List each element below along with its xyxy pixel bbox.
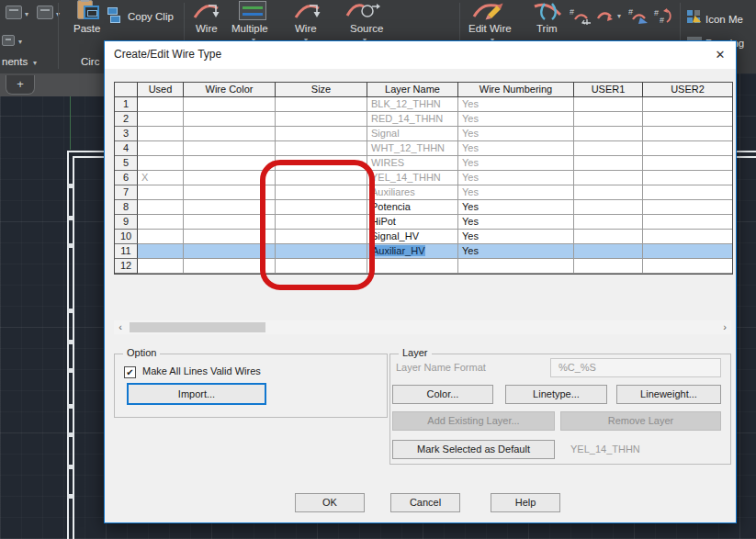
toolbar-icon[interactable] — [2, 35, 15, 46]
wire-number-button[interactable]: Wire — [295, 23, 317, 34]
import-button[interactable]: Import... — [127, 383, 266, 405]
grid-cell[interactable] — [574, 141, 643, 156]
grid-cell[interactable]: WHT_12_THHN — [367, 141, 458, 156]
grid-cell[interactable] — [643, 200, 732, 215]
table-row[interactable]: 10Signal_HVYes — [115, 230, 732, 244]
trim-wire-icon[interactable] — [533, 1, 562, 20]
circuit-panel-label[interactable]: Circ — [81, 56, 99, 67]
grid-cell[interactable] — [574, 230, 643, 244]
grid-cell[interactable] — [276, 97, 367, 112]
grid-cell[interactable] — [138, 200, 184, 215]
grid-cell[interactable]: Yes — [458, 141, 574, 156]
row-number-cell[interactable]: 2 — [115, 112, 138, 127]
grid-cell[interactable]: Yes — [458, 156, 574, 171]
grid-cell[interactable]: Yes — [458, 97, 574, 112]
grid-cell[interactable] — [138, 259, 184, 274]
chevron-down-icon[interactable]: ▾ — [25, 10, 28, 18]
grid-cell[interactable]: YEL_14_THHN — [367, 171, 458, 185]
grid-cell[interactable] — [643, 259, 732, 274]
source-arrow-icon[interactable] — [345, 1, 380, 20]
move-wire-number-icon[interactable]: # — [570, 6, 593, 25]
grid-cell[interactable] — [643, 171, 732, 185]
close-icon[interactable]: ✕ — [712, 47, 728, 63]
grid-cell[interactable] — [138, 215, 184, 230]
wire-button[interactable]: Wire — [196, 23, 218, 34]
column-header[interactable]: Wire Numbering — [458, 83, 574, 97]
grid-cell[interactable] — [643, 112, 732, 127]
row-number-cell[interactable]: 11 — [115, 244, 138, 259]
table-row[interactable]: 1BLK_12_THHNYes — [115, 97, 732, 112]
scrollbar-thumb[interactable] — [130, 322, 265, 332]
grid-cell[interactable] — [643, 185, 732, 200]
edit-wire-number-button[interactable]: Edit Wire — [468, 23, 512, 34]
paste-icon[interactable] — [77, 0, 99, 20]
grid-cell[interactable] — [643, 215, 732, 230]
corner-header-cell[interactable] — [115, 83, 138, 97]
grid-cell[interactable]: Auxiliares — [367, 185, 458, 200]
grid-cell[interactable]: Yes — [458, 185, 574, 200]
grid-cell[interactable]: Yes — [458, 200, 574, 215]
grid-cell[interactable] — [574, 112, 643, 127]
grid-cell[interactable] — [184, 112, 276, 127]
row-number-cell[interactable]: 7 — [115, 185, 138, 200]
row-number-cell[interactable]: 9 — [115, 215, 138, 230]
grid-cell[interactable]: Signal_HV — [367, 230, 458, 244]
grid-cell[interactable]: Yes — [458, 171, 574, 185]
grid-cell[interactable]: HiPot — [367, 215, 458, 230]
grid-cell[interactable]: RED_14_THHN — [367, 112, 458, 127]
grid-cell[interactable] — [138, 141, 184, 156]
grid-cell[interactable] — [574, 244, 643, 259]
grid-cell[interactable] — [276, 127, 367, 141]
grid-cell[interactable] — [276, 141, 367, 156]
row-number-cell[interactable]: 4 — [115, 141, 138, 156]
grid-cell[interactable] — [184, 141, 276, 156]
column-header[interactable]: Size — [276, 83, 367, 97]
table-row[interactable]: 12 — [115, 259, 732, 274]
row-number-cell[interactable]: 12 — [115, 259, 138, 274]
horizontal-scrollbar[interactable]: ‹ › — [114, 320, 731, 334]
grid-cell[interactable]: X — [138, 171, 184, 185]
trim-wire-button[interactable]: Trim — [536, 23, 558, 34]
table-row[interactable]: 2RED_14_THHNYes — [115, 112, 732, 127]
cancel-button[interactable]: Cancel — [390, 493, 460, 512]
multiple-bus-button[interactable]: Multiple — [231, 23, 268, 34]
grid-cell[interactable] — [643, 156, 732, 171]
edit-wire-number-icon[interactable] — [472, 1, 505, 20]
grid-cell[interactable]: BLK_12_THHN — [367, 97, 458, 112]
row-number-cell[interactable]: 6 — [115, 171, 138, 185]
grid-cell[interactable]: WIRES — [367, 156, 458, 171]
grid-cell[interactable] — [574, 259, 643, 274]
grid-cell[interactable]: Signal — [367, 127, 458, 141]
grid-cell[interactable] — [367, 259, 458, 274]
grid-cell[interactable] — [574, 156, 643, 171]
lineweight-button[interactable]: Lineweight... — [616, 385, 721, 404]
grid-cell[interactable] — [138, 127, 184, 141]
table-row[interactable]: 5WIRESYes — [115, 156, 732, 171]
grid-cell[interactable] — [574, 200, 643, 215]
ok-button[interactable]: OK — [295, 493, 365, 512]
grid-cell[interactable] — [138, 112, 184, 127]
grid-cell[interactable] — [574, 215, 643, 230]
table-row[interactable]: 3SignalYes — [115, 127, 732, 141]
grid-cell[interactable] — [643, 97, 732, 112]
grid-cell[interactable] — [184, 97, 276, 112]
grid-cell[interactable] — [184, 127, 276, 141]
linetype-button[interactable]: Linetype... — [505, 385, 607, 404]
grid-cell[interactable] — [643, 230, 732, 244]
grid-cell[interactable] — [574, 171, 643, 185]
column-header[interactable]: Used — [138, 83, 184, 97]
toggle-wire-number-icon[interactable]: # — [628, 6, 650, 25]
copy-clip-icon[interactable] — [107, 7, 125, 23]
swap-wire-number-icon[interactable]: # # — [652, 6, 674, 25]
toolbar-icon[interactable] — [6, 6, 22, 19]
wire-number-icon[interactable] — [294, 1, 322, 20]
grid-cell[interactable]: Yes — [458, 127, 574, 141]
icon-menu-icon[interactable] — [687, 10, 702, 24]
scroll-left-icon[interactable]: ‹ — [114, 320, 127, 334]
column-header[interactable]: USER1 — [574, 83, 643, 97]
table-row[interactable]: 8PotenciaYes — [115, 200, 732, 215]
column-header[interactable]: Layer Name — [367, 83, 458, 97]
column-header[interactable]: USER2 — [643, 83, 732, 97]
make-all-lines-valid-wires-checkbox[interactable]: ✔ — [124, 366, 136, 378]
icon-menu-button[interactable]: Icon Me — [705, 14, 743, 25]
